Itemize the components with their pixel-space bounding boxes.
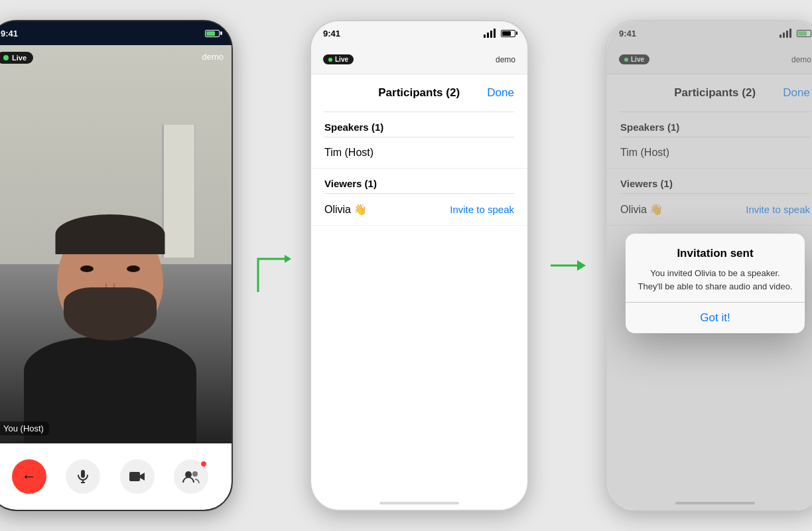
- phone2-olivia-row: Olivia 👋 Invite to speak: [311, 194, 527, 226]
- beard: [64, 287, 157, 341]
- phone2-speakers-header: Speakers (1): [311, 112, 527, 137]
- phone2-time: 9:41: [323, 29, 340, 38]
- arrow-2: [547, 246, 587, 285]
- bar2: [487, 33, 489, 38]
- phone1-time: 9:41: [1, 29, 18, 38]
- phone3-status: 9:41: [607, 21, 812, 45]
- live-dot: [3, 55, 9, 60]
- mic-icon: [75, 469, 91, 485]
- phone2-title: Participants (2): [378, 86, 460, 100]
- phone2-olivia-name: Olivia 👋: [324, 203, 367, 216]
- you-host-label: You (Host): [0, 421, 49, 435]
- phone1-status-bar: 9:41: [0, 21, 232, 45]
- phone3-top-bar: Live demo: [607, 45, 812, 74]
- bar1: [484, 35, 486, 38]
- video-bg: [0, 45, 232, 443]
- phone-2: 9:41 Live demo: [310, 20, 529, 511]
- phone3-live-dot: [624, 58, 628, 62]
- phone3-done[interactable]: Done: [783, 86, 810, 100]
- participants-icon: [182, 469, 200, 484]
- bar1-3: [779, 35, 781, 38]
- right-eye: [127, 266, 140, 272]
- bar3: [490, 31, 492, 38]
- video-button[interactable]: [120, 459, 155, 494]
- phone2-demo: demo: [496, 55, 515, 64]
- phone2-live-dot: [328, 58, 332, 62]
- phone3-live-text: Live: [631, 56, 644, 63]
- scene: 9:41: [0, 0, 812, 531]
- battery-fill: [206, 31, 215, 36]
- video-icon: [129, 470, 146, 483]
- bar4: [494, 29, 496, 38]
- battery-icon: [205, 30, 220, 37]
- phone-3: 9:41 Live demo: [606, 20, 812, 511]
- battery-fill-3: [798, 31, 807, 36]
- left-eye: [80, 266, 94, 272]
- svg-rect-0: [81, 470, 85, 478]
- phone3-demo: demo: [791, 55, 811, 64]
- signal-bars: [484, 29, 496, 38]
- phone3-home-bar: [675, 502, 755, 504]
- arrow-1-svg: [251, 226, 291, 305]
- phone2-status: 9:41: [311, 21, 527, 45]
- phone1-status-right: [205, 30, 220, 37]
- phone3-viewers-header: Viewers (1): [607, 169, 812, 193]
- phone2-live-text: Live: [335, 56, 348, 63]
- phone2-top-bar: Live demo: [311, 45, 527, 74]
- phone3-olivia-name: Olivia 👋: [620, 203, 663, 216]
- phone1-content: Live demo You (Host) ←: [0, 45, 232, 510]
- phone3-panel-header: Participants (2) Done: [607, 74, 812, 112]
- phone1-home-indicator: [0, 510, 232, 511]
- back-icon: ←: [22, 468, 36, 485]
- live-text: Live: [12, 54, 27, 62]
- bar4-3: [789, 29, 791, 38]
- mic-button[interactable]: [66, 459, 100, 494]
- battery-tip-2: [516, 32, 517, 35]
- phone2-status-right: [484, 29, 515, 38]
- svg-marker-6: [285, 255, 291, 263]
- phone2-invite-link[interactable]: Invite to speak: [450, 204, 514, 215]
- got-it-button[interactable]: Got it!: [626, 303, 805, 333]
- phone2-tim-row: Tim (Host): [311, 137, 527, 169]
- battery-icon-3: [797, 30, 811, 37]
- call-controls: ←: [0, 443, 232, 510]
- phone2-done[interactable]: Done: [487, 86, 514, 100]
- battery-fill-2: [502, 31, 511, 36]
- bar3-3: [786, 31, 788, 38]
- phone2-tim-name: Tim (Host): [324, 147, 373, 159]
- phone3-tim-row: Tim (Host): [607, 137, 812, 169]
- phone2-viewers-header: Viewers (1): [311, 169, 527, 193]
- demo-label: demo: [202, 52, 224, 62]
- notification-dot: [200, 461, 207, 467]
- arrow-2-svg: [547, 246, 587, 285]
- phone3-speakers-header: Speakers (1): [607, 112, 812, 137]
- shirt: [24, 337, 196, 443]
- phone3-time: 9:41: [619, 29, 636, 38]
- battery-icon-2: [501, 30, 515, 37]
- phone3-olivia-row: Olivia 👋 Invite to speak: [607, 194, 812, 226]
- video-area: Live demo You (Host): [0, 45, 232, 443]
- phone3-tim-name: Tim (Host): [620, 147, 669, 159]
- modal-body: Invitation sent You invited Olivia to be…: [626, 234, 805, 302]
- bar2-3: [783, 33, 785, 38]
- svg-marker-8: [577, 260, 586, 271]
- phone2-live-badge: Live: [323, 54, 354, 64]
- arrow-1: [251, 226, 291, 305]
- phone3-invite-link[interactable]: Invite to speak: [746, 204, 810, 215]
- phone2-home-bar: [379, 502, 459, 504]
- phone3-live-badge: Live: [619, 54, 649, 64]
- phone-1: 9:41: [0, 20, 233, 511]
- phone3-status-right: [779, 29, 811, 38]
- door-frame: [162, 125, 195, 258]
- live-badge: Live: [0, 52, 33, 64]
- phone3-title: Participants (2): [674, 86, 756, 100]
- back-button[interactable]: ←: [12, 459, 46, 494]
- participants-button[interactable]: [174, 459, 208, 494]
- svg-rect-3: [129, 472, 140, 481]
- hair: [56, 214, 165, 254]
- invitation-modal: Invitation sent You invited Olivia to be…: [626, 234, 805, 333]
- modal-text: You invited Olivia to be a speaker. They…: [638, 267, 793, 293]
- phone2-panel-header: Participants (2) Done: [311, 74, 527, 112]
- modal-title: Invitation sent: [638, 247, 793, 260]
- svg-point-5: [192, 471, 198, 477]
